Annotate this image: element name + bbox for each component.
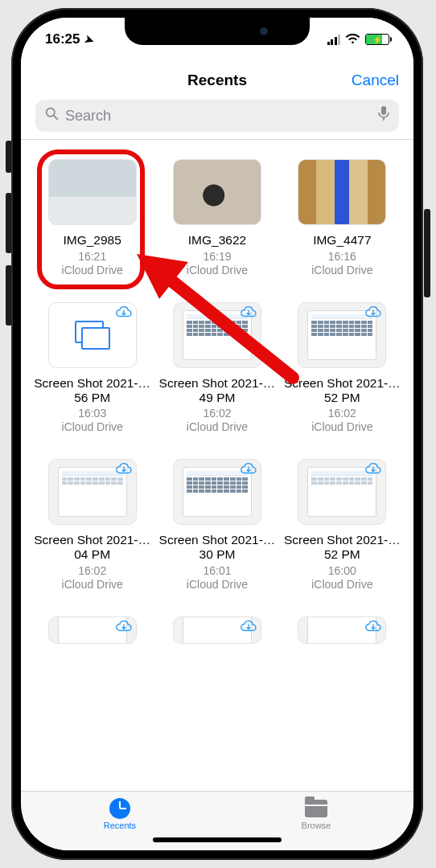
- file-location: iCloud Drive: [187, 264, 248, 276]
- home-indicator[interactable]: [153, 837, 282, 842]
- search-bar[interactable]: [35, 100, 399, 132]
- folder-icon: [304, 798, 328, 819]
- file-item[interactable]: [157, 616, 277, 665]
- svg-line-1: [54, 116, 57, 119]
- file-location: iCloud Drive: [187, 578, 248, 591]
- file-name: Screen Shot 2021-…56 PM: [32, 376, 152, 405]
- phone-frame: 16:25 ➤ ⚡ Recents Cancel: [11, 8, 423, 860]
- battery-icon: ⚡: [365, 34, 389, 45]
- file-time: 16:00: [328, 564, 356, 577]
- file-grid-container: IMG_2985 16:21 iCloud Drive IMG_3622 16:…: [21, 140, 413, 791]
- file-name: IMG_2985: [63, 233, 121, 248]
- power-button: [424, 209, 430, 297]
- cloud-download-icon: [364, 463, 382, 476]
- file-thumbnail: [48, 159, 137, 225]
- nav-header: Recents Cancel: [21, 61, 413, 140]
- file-thumbnail: [173, 616, 261, 644]
- file-thumbnail: [298, 302, 386, 368]
- clock-icon: [108, 798, 132, 819]
- file-grid: IMG_2985 16:21 iCloud Drive IMG_3622 16:…: [32, 159, 402, 665]
- svg-point-0: [47, 108, 55, 117]
- file-name: IMG_3622: [188, 233, 246, 248]
- search-icon: [45, 107, 59, 125]
- file-time: 16:03: [78, 407, 106, 420]
- status-time: 16:25: [45, 31, 80, 47]
- file-time: 16:02: [328, 407, 356, 420]
- file-time: 16:19: [203, 250, 231, 263]
- file-item[interactable]: [32, 616, 152, 665]
- cloud-download-icon: [240, 306, 257, 319]
- screen: 16:25 ➤ ⚡ Recents Cancel: [21, 18, 413, 850]
- cloud-download-icon: [240, 463, 257, 476]
- file-name: Screen Shot 2021-…52 PM: [282, 533, 402, 562]
- tab-browse[interactable]: Browse: [302, 798, 331, 830]
- file-location: iCloud Drive: [187, 420, 248, 433]
- file-time: 16:21: [78, 250, 106, 263]
- cancel-button[interactable]: Cancel: [352, 72, 399, 89]
- file-name: Screen Shot 2021-…49 PM: [157, 376, 277, 405]
- file-item[interactable]: [282, 616, 402, 665]
- file-location: iCloud Drive: [311, 264, 372, 276]
- file-item[interactable]: Screen Shot 2021-…52 PM 16:02 iCloud Dri…: [282, 302, 402, 455]
- cloud-download-icon: [364, 620, 382, 633]
- wifi-icon: [345, 34, 360, 45]
- file-item[interactable]: IMG_4477 16:16 iCloud Drive: [282, 159, 402, 297]
- file-item[interactable]: Screen Shot 2021-…30 PM 16:01 iCloud Dri…: [157, 459, 277, 612]
- location-icon: ➤: [83, 31, 97, 47]
- file-item[interactable]: Screen Shot 2021-…52 PM 16:00 iCloud Dri…: [282, 459, 402, 612]
- cloud-download-icon: [364, 306, 382, 319]
- tab-label: Browse: [302, 821, 331, 830]
- notch: [125, 18, 310, 45]
- file-thumbnail: [173, 302, 261, 368]
- file-item[interactable]: Screen Shot 2021-…04 PM 16:02 iCloud Dri…: [32, 459, 152, 612]
- mic-icon[interactable]: [378, 106, 389, 125]
- file-thumbnail: [48, 302, 137, 368]
- cloud-download-icon: [115, 620, 133, 633]
- file-time: 16:02: [203, 407, 231, 420]
- file-thumbnail: [48, 616, 137, 644]
- file-item[interactable]: IMG_2985 16:21 iCloud Drive: [32, 159, 152, 297]
- file-thumbnail: [48, 459, 137, 525]
- file-name: Screen Shot 2021-…52 PM: [282, 376, 402, 405]
- page-title: Recents: [187, 72, 247, 89]
- file-time: 16:01: [203, 564, 231, 577]
- cloud-download-icon: [115, 306, 133, 319]
- file-name: Screen Shot 2021-…30 PM: [157, 533, 277, 562]
- file-location: iCloud Drive: [62, 420, 123, 433]
- file-item[interactable]: Screen Shot 2021-…56 PM 16:03 iCloud Dri…: [32, 302, 152, 455]
- search-input[interactable]: [65, 108, 372, 125]
- file-time: 16:02: [78, 564, 106, 577]
- file-thumbnail: [298, 459, 386, 525]
- file-item[interactable]: Screen Shot 2021-…49 PM 16:02 iCloud Dri…: [157, 302, 277, 455]
- file-thumbnail: [298, 159, 386, 225]
- file-item[interactable]: IMG_3622 16:19 iCloud Drive: [157, 159, 277, 297]
- file-time: 16:16: [328, 250, 356, 263]
- file-location: iCloud Drive: [311, 578, 372, 591]
- file-location: iCloud Drive: [62, 578, 123, 591]
- file-thumbnail: [173, 459, 261, 525]
- file-location: iCloud Drive: [62, 264, 123, 276]
- file-name: Screen Shot 2021-…04 PM: [32, 533, 152, 562]
- tab-label: Recents: [104, 821, 136, 830]
- file-location: iCloud Drive: [311, 420, 372, 433]
- tab-recents[interactable]: Recents: [104, 798, 136, 830]
- file-name: IMG_4477: [313, 233, 371, 248]
- cellular-icon: [327, 35, 341, 45]
- svg-rect-2: [381, 106, 386, 115]
- file-thumbnail: [298, 616, 386, 644]
- cloud-download-icon: [115, 463, 133, 476]
- file-thumbnail: [173, 159, 261, 225]
- cloud-download-icon: [240, 620, 257, 633]
